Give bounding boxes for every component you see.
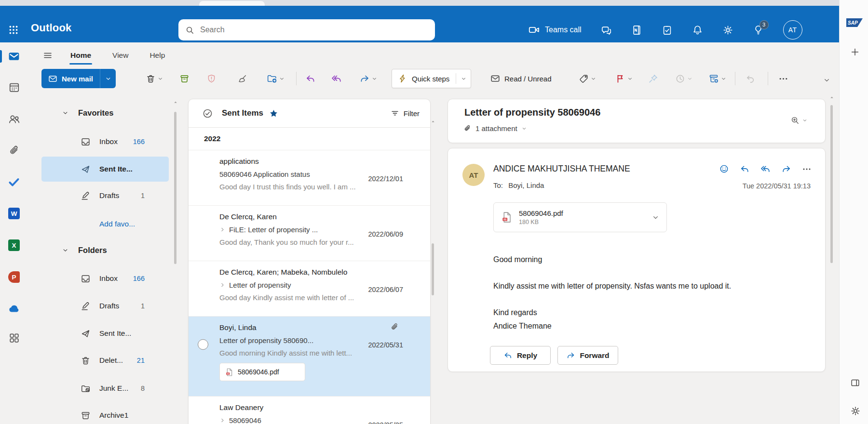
quick-steps-chevron-icon[interactable] bbox=[461, 76, 467, 82]
more-actions-ellipsis-icon[interactable] bbox=[802, 164, 812, 174]
rail-files-app[interactable] bbox=[0, 139, 28, 162]
browser-tab[interactable] bbox=[199, 1, 265, 6]
message-list-scrollbar[interactable] bbox=[432, 243, 434, 295]
folder-scrollbar-up-arrow[interactable] bbox=[173, 99, 178, 105]
favorite-item-inbox[interactable]: Inbox 166 bbox=[28, 133, 183, 150]
rules-button[interactable] bbox=[706, 70, 721, 87]
expand-conversation-chevron-icon[interactable] bbox=[219, 417, 226, 424]
search-box[interactable] bbox=[178, 19, 435, 40]
search-input[interactable] bbox=[199, 25, 428, 35]
folder-item-deleted-items[interactable]: Delet... 21 bbox=[28, 352, 183, 369]
quick-steps-button[interactable]: Quick steps bbox=[392, 69, 471, 88]
forward-quick-button[interactable]: Forward bbox=[557, 346, 618, 365]
archive-button[interactable] bbox=[176, 70, 192, 87]
account-avatar[interactable]: AT bbox=[783, 20, 802, 40]
hamburger-menu-button[interactable] bbox=[39, 47, 57, 64]
brand-title[interactable]: Outlook bbox=[31, 22, 72, 34]
categorize-chevron-icon[interactable] bbox=[590, 76, 597, 82]
attachment-card[interactable]: 58069046.pdf 180 KB bbox=[493, 202, 667, 232]
app-launcher-button[interactable] bbox=[4, 20, 23, 40]
flag-chevron-icon[interactable] bbox=[627, 76, 633, 82]
email-list-item[interactable]: applications 58069046 Application status… bbox=[189, 150, 430, 206]
rail-word-app[interactable]: W bbox=[0, 202, 28, 225]
favorites-header[interactable]: Favorites bbox=[28, 104, 183, 121]
reading-pane-scrollbar[interactable] bbox=[830, 105, 833, 263]
reactions-smiley-icon[interactable] bbox=[719, 164, 729, 174]
list-scrollbar-up-arrow[interactable] bbox=[430, 119, 436, 124]
side-panel-toggle-icon[interactable] bbox=[850, 378, 860, 388]
folder-item-archive1[interactable]: Archive1 bbox=[28, 407, 183, 424]
expand-conversation-chevron-icon[interactable] bbox=[219, 226, 226, 233]
attachments-summary-button[interactable]: 1 attachment bbox=[463, 124, 527, 132]
chat-icon[interactable] bbox=[601, 25, 612, 36]
chevron-down-icon[interactable] bbox=[62, 247, 69, 254]
favorite-star-icon[interactable] bbox=[269, 109, 278, 118]
email-select-radio[interactable] bbox=[198, 339, 208, 350]
rules-chevron-icon[interactable] bbox=[720, 76, 727, 82]
reply-button[interactable] bbox=[303, 70, 318, 87]
delete-button[interactable] bbox=[143, 70, 158, 87]
sweep-button[interactable] bbox=[234, 70, 250, 87]
rail-more-apps[interactable] bbox=[0, 326, 28, 349]
folders-header[interactable]: Folders bbox=[28, 241, 183, 259]
teams-call-button[interactable]: Teams call bbox=[529, 24, 582, 36]
categorize-button[interactable] bbox=[576, 70, 591, 87]
notifications-bell-icon[interactable] bbox=[692, 25, 703, 36]
settings-gear-icon[interactable] bbox=[722, 25, 733, 36]
tab-view[interactable]: View bbox=[105, 48, 136, 63]
select-all-circle-check-icon[interactable] bbox=[202, 108, 213, 119]
folder-item-drafts[interactable]: Drafts 1 bbox=[28, 297, 183, 315]
new-mail-button[interactable]: New mail bbox=[41, 69, 100, 88]
move-to-button[interactable] bbox=[264, 70, 280, 87]
snooze-button[interactable] bbox=[672, 70, 688, 87]
reply-arrow-icon[interactable] bbox=[740, 164, 750, 174]
rail-todo-app[interactable] bbox=[0, 171, 28, 194]
tips-button[interactable]: 3 bbox=[753, 25, 764, 36]
add-pane-plus-icon[interactable] bbox=[850, 47, 860, 57]
rail-onedrive-app[interactable] bbox=[0, 297, 28, 320]
favorite-item-drafts[interactable]: Drafts 1 bbox=[28, 187, 183, 204]
attachment-chevron-icon[interactable] bbox=[651, 213, 660, 222]
edge-settings-gear-icon[interactable] bbox=[850, 406, 861, 416]
reading-scrollbar-up-arrow[interactable] bbox=[829, 94, 835, 100]
chevron-down-icon[interactable] bbox=[62, 109, 69, 117]
ribbon-collapse-chevron-icon[interactable] bbox=[823, 76, 831, 84]
rail-calendar-app[interactable] bbox=[0, 76, 28, 99]
folder-item-junk-email[interactable]: Junk E... 8 bbox=[28, 380, 183, 397]
expand-conversation-chevron-icon[interactable] bbox=[219, 282, 226, 288]
email-list-item-selected[interactable]: Boyi, Linda Letter of propensity 580690.… bbox=[189, 317, 430, 397]
delete-chevron-icon[interactable] bbox=[157, 76, 163, 82]
flag-button[interactable] bbox=[612, 70, 628, 87]
date-group-header[interactable]: 2022 bbox=[189, 128, 430, 150]
read-unread-button[interactable]: Read / Unread bbox=[486, 69, 556, 88]
favorite-item-sent-items[interactable]: Sent Ite... bbox=[28, 159, 183, 179]
tasks-icon[interactable] bbox=[662, 25, 673, 36]
to-recipients[interactable]: Boyi, Linda bbox=[508, 181, 544, 189]
pin-button[interactable] bbox=[645, 70, 661, 87]
rail-excel-app[interactable]: X bbox=[0, 234, 28, 257]
folder-item-sent-items[interactable]: Sent Ite... bbox=[28, 325, 183, 342]
reading-zoom-control[interactable] bbox=[790, 116, 808, 125]
tab-home[interactable]: Home bbox=[63, 48, 99, 63]
reply-all-arrow-icon[interactable] bbox=[760, 164, 771, 174]
rail-people-app[interactable] bbox=[0, 107, 28, 131]
attachment-chip[interactable]: 58069046.pdf bbox=[219, 363, 305, 381]
undo-button[interactable] bbox=[743, 70, 758, 87]
new-mail-split-button[interactable]: New mail bbox=[41, 69, 116, 88]
sender-avatar[interactable]: AT bbox=[462, 164, 485, 186]
forward-chevron-icon[interactable] bbox=[371, 76, 378, 82]
tab-help[interactable]: Help bbox=[142, 48, 173, 63]
rail-mail-app[interactable] bbox=[0, 45, 28, 68]
forward-arrow-icon[interactable] bbox=[781, 164, 791, 174]
new-mail-dropdown[interactable] bbox=[100, 69, 116, 88]
forward-button[interactable] bbox=[357, 70, 372, 87]
rail-powerpoint-app[interactable]: P bbox=[0, 265, 28, 289]
add-favorite-link-row[interactable]: Add favo... bbox=[28, 215, 183, 233]
more-options-button[interactable] bbox=[775, 70, 791, 87]
add-favorite-link[interactable]: Add favo... bbox=[99, 220, 135, 228]
folder-item-inbox[interactable]: Inbox 166 bbox=[28, 270, 183, 287]
move-to-chevron-icon[interactable] bbox=[279, 76, 285, 82]
filter-button[interactable]: Filter bbox=[391, 109, 420, 118]
onenote-icon[interactable] bbox=[631, 25, 642, 36]
report-button[interactable] bbox=[203, 70, 219, 87]
